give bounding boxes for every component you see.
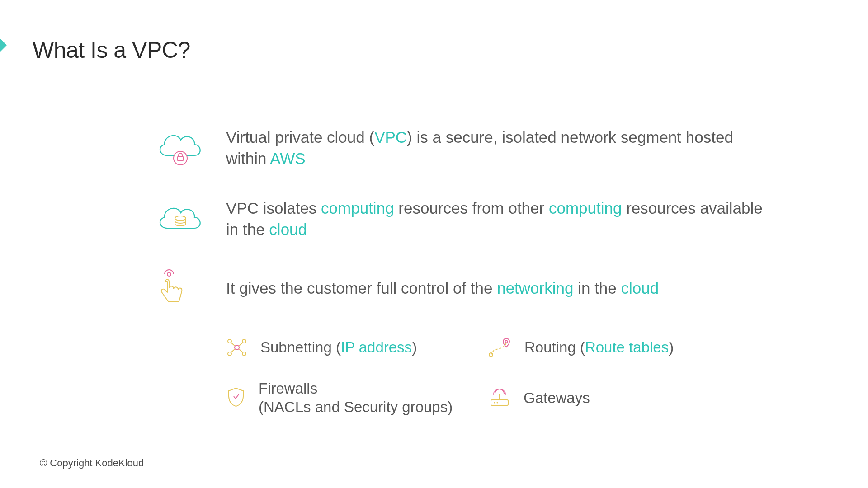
sub-text: Gateways: [524, 389, 590, 407]
svg-point-7: [228, 339, 231, 343]
highlight: AWS: [270, 150, 305, 167]
text: Firewalls: [259, 380, 317, 397]
router-icon: [488, 387, 511, 408]
sub-text: Firewalls (NACLs and Security groups): [259, 379, 453, 417]
svg-point-9: [228, 352, 231, 356]
sub-text: Routing (Route tables): [524, 338, 674, 357]
sub-text: Subnetting (IP address): [260, 338, 417, 357]
svg-line-11: [231, 343, 235, 346]
text: (NACLs and Security groups): [259, 399, 453, 415]
text: Subnetting (: [260, 339, 341, 356]
cloud-lock-icon: [154, 127, 207, 168]
bullet-text-2: VPC isolates computing resources from ot…: [226, 197, 778, 240]
highlight: computing: [321, 199, 394, 217]
bullet-row-3: It gives the customer full control of th…: [154, 268, 778, 309]
route-icon: [488, 337, 512, 358]
slide: What Is a VPC? Virtual private cloud (VP…: [0, 0, 868, 488]
svg-point-16: [505, 341, 508, 343]
svg-line-14: [239, 349, 243, 352]
svg-point-6: [235, 345, 239, 350]
text: ): [412, 339, 417, 356]
text: It gives the customer full control of th…: [226, 279, 497, 297]
bullet-row-2: VPC isolates computing resources from ot…: [154, 197, 778, 240]
chevron-right-icon: [0, 25, 27, 66]
svg-line-13: [231, 349, 235, 352]
shield-icon: [226, 386, 246, 409]
text: resources from other: [394, 199, 549, 217]
svg-point-4: [175, 216, 186, 221]
copyright-footer: © Copyright KodeKloud: [40, 457, 144, 469]
sub-item-firewalls: Firewalls (NACLs and Security groups): [226, 379, 488, 417]
sub-item-subnetting: Subnetting (IP address): [226, 337, 488, 358]
tap-hand-icon: [154, 268, 190, 309]
text: VPC isolates: [226, 199, 321, 217]
sub-item-routing: Routing (Route tables): [488, 337, 723, 358]
cloud-database-icon: [154, 202, 207, 235]
highlight: IP address: [341, 339, 412, 356]
svg-point-19: [494, 402, 495, 404]
text: Virtual private cloud (: [226, 128, 374, 146]
page-title: What Is a VPC?: [33, 37, 190, 63]
bullet-row-1: Virtual private cloud (VPC) is a secure,…: [154, 127, 778, 169]
svg-marker-0: [0, 25, 7, 66]
svg-line-12: [239, 343, 243, 346]
sub-grid: Subnetting (IP address) Routing (Route t…: [226, 337, 778, 417]
highlight: cloud: [621, 279, 659, 297]
highlight: VPC: [374, 128, 407, 146]
network-icon: [226, 337, 248, 358]
highlight: computing: [549, 199, 622, 217]
bullet-text-1: Virtual private cloud (VPC) is a secure,…: [226, 127, 778, 169]
highlight: Route tables: [585, 339, 669, 356]
text: Routing (: [524, 339, 585, 356]
content-area: Virtual private cloud (VPC) is a secure,…: [154, 127, 778, 417]
text: Gateways: [524, 389, 590, 406]
text: ): [669, 339, 674, 356]
svg-point-10: [242, 352, 246, 356]
text: in the: [573, 279, 621, 297]
highlight: networking: [497, 279, 573, 297]
highlight: cloud: [269, 221, 307, 238]
svg-point-8: [242, 339, 246, 343]
bullet-text-3: It gives the customer full control of th…: [226, 277, 659, 299]
sub-item-gateways: Gateways: [488, 379, 723, 417]
svg-point-20: [497, 402, 498, 404]
svg-point-5: [167, 272, 171, 276]
svg-rect-18: [491, 400, 508, 405]
